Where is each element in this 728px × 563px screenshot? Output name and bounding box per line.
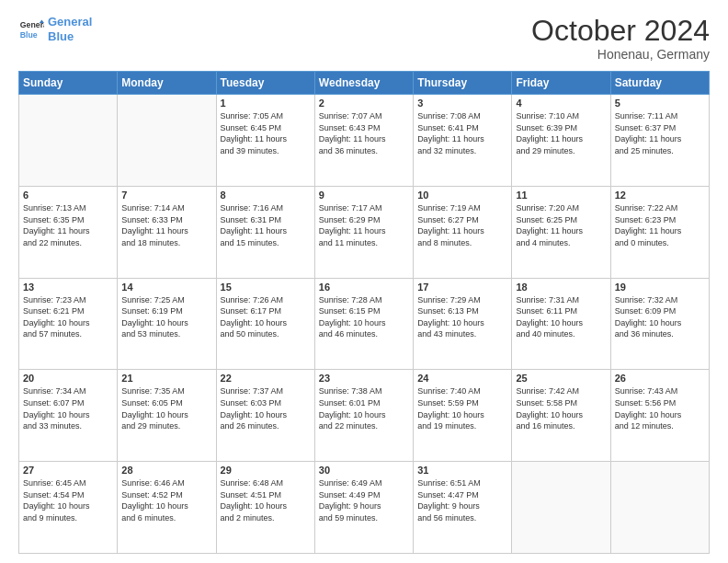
day-number: 12 [615, 190, 705, 201]
calendar-cell: 23Sunrise: 7:38 AMSunset: 6:01 PMDayligh… [314, 370, 413, 462]
day-number: 16 [319, 282, 409, 293]
day-number: 26 [615, 373, 705, 384]
month-title: October 2024 [531, 15, 710, 47]
calendar-cell: 5Sunrise: 7:11 AMSunset: 6:37 PMDaylight… [610, 95, 709, 187]
day-number: 22 [221, 373, 311, 384]
day-number: 2 [319, 98, 409, 109]
day-number: 15 [221, 282, 311, 293]
calendar-cell: 20Sunrise: 7:34 AMSunset: 6:07 PMDayligh… [19, 370, 118, 462]
calendar-cell: 17Sunrise: 7:29 AMSunset: 6:13 PMDayligh… [414, 278, 512, 370]
calendar-cell: 24Sunrise: 7:40 AMSunset: 5:59 PMDayligh… [414, 370, 512, 462]
calendar-cell: 31Sunrise: 6:51 AMSunset: 4:47 PMDayligh… [414, 462, 512, 554]
day-number: 14 [121, 282, 211, 293]
weekday-header: Tuesday [216, 72, 314, 95]
cell-details: Sunrise: 7:37 AMSunset: 6:03 PMDaylight:… [221, 385, 311, 431]
logo-icon: General Blue [18, 17, 44, 42]
day-number: 17 [417, 282, 507, 293]
cell-details: Sunrise: 7:25 AMSunset: 6:19 PMDaylight:… [121, 294, 211, 340]
cell-details: Sunrise: 7:29 AMSunset: 6:13 PMDaylight:… [417, 294, 507, 340]
day-number: 19 [615, 282, 705, 293]
weekday-header: Saturday [610, 72, 709, 95]
cell-details: Sunrise: 7:38 AMSunset: 6:01 PMDaylight:… [319, 385, 409, 431]
cell-details: Sunrise: 7:26 AMSunset: 6:17 PMDaylight:… [221, 294, 311, 340]
cell-details: Sunrise: 7:11 AMSunset: 6:37 PMDaylight:… [615, 110, 705, 156]
calendar-cell: 6Sunrise: 7:13 AMSunset: 6:35 PMDaylight… [19, 186, 118, 278]
cell-details: Sunrise: 7:13 AMSunset: 6:35 PMDaylight:… [23, 202, 113, 248]
cell-details: Sunrise: 7:19 AMSunset: 6:27 PMDaylight:… [417, 202, 507, 248]
day-number: 28 [121, 465, 211, 476]
cell-details: Sunrise: 6:45 AMSunset: 4:54 PMDaylight:… [23, 477, 113, 523]
cell-details: Sunrise: 7:32 AMSunset: 6:09 PMDaylight:… [615, 294, 705, 340]
calendar-cell: 1Sunrise: 7:05 AMSunset: 6:45 PMDaylight… [216, 95, 314, 187]
day-number: 18 [516, 282, 606, 293]
calendar-cell [610, 462, 709, 554]
calendar-cell: 9Sunrise: 7:17 AMSunset: 6:29 PMDaylight… [314, 186, 413, 278]
calendar-cell: 19Sunrise: 7:32 AMSunset: 6:09 PMDayligh… [610, 278, 709, 370]
day-number: 20 [23, 373, 113, 384]
cell-details: Sunrise: 7:31 AMSunset: 6:11 PMDaylight:… [516, 294, 606, 340]
logo-text: GeneralBlue [48, 15, 92, 43]
calendar-cell: 4Sunrise: 7:10 AMSunset: 6:39 PMDaylight… [512, 95, 610, 187]
day-number: 13 [23, 282, 113, 293]
calendar-week-row: 6Sunrise: 7:13 AMSunset: 6:35 PMDaylight… [19, 186, 710, 278]
day-number: 21 [121, 373, 211, 384]
cell-details: Sunrise: 7:16 AMSunset: 6:31 PMDaylight:… [221, 202, 311, 248]
weekday-header: Monday [118, 72, 216, 95]
cell-details: Sunrise: 7:17 AMSunset: 6:29 PMDaylight:… [319, 202, 409, 248]
calendar-cell [19, 95, 118, 187]
page: General Blue GeneralBlue October 2024 Ho… [0, 0, 728, 563]
location: Honenau, Germany [531, 47, 710, 62]
calendar-cell: 28Sunrise: 6:46 AMSunset: 4:52 PMDayligh… [118, 462, 216, 554]
calendar-cell: 18Sunrise: 7:31 AMSunset: 6:11 PMDayligh… [512, 278, 610, 370]
cell-details: Sunrise: 7:23 AMSunset: 6:21 PMDaylight:… [23, 294, 113, 340]
calendar-cell: 10Sunrise: 7:19 AMSunset: 6:27 PMDayligh… [414, 186, 512, 278]
calendar-table: SundayMondayTuesdayWednesdayThursdayFrid… [18, 71, 710, 554]
day-number: 29 [221, 465, 311, 476]
calendar-cell [512, 462, 610, 554]
calendar-cell: 22Sunrise: 7:37 AMSunset: 6:03 PMDayligh… [216, 370, 314, 462]
cell-details: Sunrise: 6:46 AMSunset: 4:52 PMDaylight:… [121, 477, 211, 523]
cell-details: Sunrise: 7:20 AMSunset: 6:25 PMDaylight:… [516, 202, 606, 248]
calendar-cell: 30Sunrise: 6:49 AMSunset: 4:49 PMDayligh… [314, 462, 413, 554]
cell-details: Sunrise: 7:07 AMSunset: 6:43 PMDaylight:… [319, 110, 409, 156]
cell-details: Sunrise: 6:48 AMSunset: 4:51 PMDaylight:… [221, 477, 311, 523]
day-number: 3 [417, 98, 507, 109]
day-number: 6 [23, 190, 113, 201]
weekday-header: Sunday [19, 72, 118, 95]
calendar-cell: 29Sunrise: 6:48 AMSunset: 4:51 PMDayligh… [216, 462, 314, 554]
day-number: 11 [516, 190, 606, 201]
weekday-header: Wednesday [314, 72, 413, 95]
calendar-cell: 14Sunrise: 7:25 AMSunset: 6:19 PMDayligh… [118, 278, 216, 370]
cell-details: Sunrise: 7:10 AMSunset: 6:39 PMDaylight:… [516, 110, 606, 156]
header: General Blue GeneralBlue October 2024 Ho… [18, 15, 710, 62]
calendar-cell: 3Sunrise: 7:08 AMSunset: 6:41 PMDaylight… [414, 95, 512, 187]
cell-details: Sunrise: 7:42 AMSunset: 5:58 PMDaylight:… [516, 385, 606, 431]
calendar-week-row: 13Sunrise: 7:23 AMSunset: 6:21 PMDayligh… [19, 278, 710, 370]
day-number: 23 [319, 373, 409, 384]
calendar-cell: 11Sunrise: 7:20 AMSunset: 6:25 PMDayligh… [512, 186, 610, 278]
calendar-header-row: SundayMondayTuesdayWednesdayThursdayFrid… [19, 72, 710, 95]
calendar-cell: 7Sunrise: 7:14 AMSunset: 6:33 PMDaylight… [118, 186, 216, 278]
calendar-cell: 27Sunrise: 6:45 AMSunset: 4:54 PMDayligh… [19, 462, 118, 554]
cell-details: Sunrise: 7:28 AMSunset: 6:15 PMDaylight:… [319, 294, 409, 340]
day-number: 27 [23, 465, 113, 476]
day-number: 1 [221, 98, 311, 109]
day-number: 9 [319, 190, 409, 201]
calendar-week-row: 1Sunrise: 7:05 AMSunset: 6:45 PMDaylight… [19, 95, 710, 187]
day-number: 8 [221, 190, 311, 201]
day-number: 5 [615, 98, 705, 109]
calendar-cell: 15Sunrise: 7:26 AMSunset: 6:17 PMDayligh… [216, 278, 314, 370]
calendar-cell [118, 95, 216, 187]
calendar-cell: 8Sunrise: 7:16 AMSunset: 6:31 PMDaylight… [216, 186, 314, 278]
calendar-cell: 21Sunrise: 7:35 AMSunset: 6:05 PMDayligh… [118, 370, 216, 462]
logo: General Blue GeneralBlue [18, 15, 92, 43]
calendar-cell: 26Sunrise: 7:43 AMSunset: 5:56 PMDayligh… [610, 370, 709, 462]
weekday-header: Friday [512, 72, 610, 95]
cell-details: Sunrise: 7:40 AMSunset: 5:59 PMDaylight:… [417, 385, 507, 431]
calendar-week-row: 27Sunrise: 6:45 AMSunset: 4:54 PMDayligh… [19, 462, 710, 554]
day-number: 7 [121, 190, 211, 201]
day-number: 25 [516, 373, 606, 384]
day-number: 4 [516, 98, 606, 109]
calendar-week-row: 20Sunrise: 7:34 AMSunset: 6:07 PMDayligh… [19, 370, 710, 462]
calendar-cell: 13Sunrise: 7:23 AMSunset: 6:21 PMDayligh… [19, 278, 118, 370]
